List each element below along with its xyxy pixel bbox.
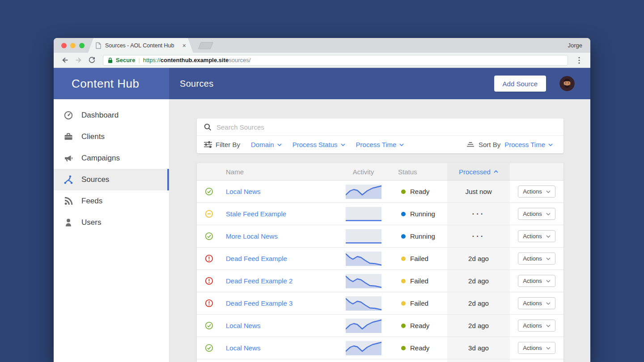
processed-cell: 2d ago [447, 292, 510, 314]
actions-dropdown[interactable]: Actions [518, 230, 555, 242]
sidebar-item-clients[interactable]: Clients [54, 126, 169, 147]
actions-dropdown[interactable]: Actions [518, 275, 555, 287]
chevron-down-icon [277, 143, 282, 146]
app-header: Content Hub Sources Add Source [54, 68, 590, 99]
chevron-down-icon [546, 280, 551, 282]
filter-dropdown-process-status[interactable]: Process Status [292, 141, 345, 148]
alert-circle-icon [205, 277, 213, 285]
status-dot [401, 301, 406, 306]
sidebar-item-users[interactable]: Users [54, 212, 169, 233]
source-name-link[interactable]: Local News [226, 322, 261, 329]
chevron-down-icon [546, 257, 551, 260]
actions-dropdown[interactable]: Actions [518, 185, 555, 198]
status-label: Running [410, 232, 435, 240]
rss-icon [64, 196, 73, 206]
window-controls [61, 43, 85, 48]
sidebar-item-campaigns[interactable]: Campaigns [54, 147, 169, 169]
actions-dropdown[interactable]: Actions [518, 253, 555, 265]
address-bar[interactable]: Secure | https://contenthub.example.site… [103, 55, 568, 66]
sidebar: Dashboard Clients Campaigns [54, 99, 169, 362]
page-title: Sources [180, 79, 213, 89]
actions-dropdown[interactable]: Actions [518, 297, 555, 309]
status-column-header[interactable]: Status [394, 163, 447, 180]
filter-by-label: Filter By [216, 141, 240, 148]
table-row: Stale Feed Example Running ··· Actions [197, 203, 564, 225]
new-tab-button[interactable] [198, 42, 213, 49]
source-name-link[interactable]: Dead Feed Example 3 [226, 299, 292, 307]
actions-label: Actions [523, 233, 542, 240]
chevron-down-icon [546, 190, 551, 193]
tab-close-icon[interactable]: × [182, 42, 186, 49]
back-button[interactable] [59, 55, 71, 66]
sidebar-item-feeds[interactable]: Feeds [54, 190, 169, 212]
add-source-button[interactable]: Add Source [494, 76, 546, 92]
sort-dropdown[interactable]: Process Time [504, 141, 553, 148]
check-circle-icon [205, 321, 213, 330]
source-state-cell [197, 315, 221, 337]
sort-icon [466, 142, 475, 147]
search-row [197, 118, 564, 136]
source-state-cell [197, 225, 221, 247]
processed-cell: 3d ago [447, 337, 510, 359]
table-row: Local News Ready 3d ago Actions [197, 337, 564, 359]
activity-sparkline [346, 252, 381, 266]
actions-dropdown[interactable]: Actions [518, 320, 555, 332]
sidebar-item-label: Feeds [81, 197, 102, 206]
dashboard-icon [64, 110, 73, 120]
browser-tab[interactable]: Sources - AOL Content Hub × [88, 38, 193, 53]
source-name-link[interactable]: Local News [226, 188, 261, 195]
name-column-header[interactable]: Name [221, 163, 333, 180]
sidebar-item-sources[interactable]: Sources [54, 169, 169, 190]
status-dot [401, 346, 406, 350]
filter-dropdown-domain[interactable]: Domain [251, 141, 282, 148]
main-area: Dashboard Clients Campaigns [54, 99, 590, 362]
forward-button[interactable] [72, 55, 84, 66]
status-label: Ready [410, 344, 429, 352]
source-name-link[interactable]: Stale Feed Example [226, 210, 286, 218]
actions-label: Actions [523, 255, 542, 262]
actions-dropdown[interactable]: Actions [518, 342, 555, 354]
sidebar-item-label: Clients [81, 132, 105, 141]
status-label: Failed [410, 255, 428, 262]
source-state-cell [197, 292, 221, 314]
filter-dropdown-process-time[interactable]: Process Time [356, 141, 404, 148]
processed-cell: 2d ago [447, 270, 510, 292]
browser-window: Sources - AOL Content Hub × Jorge Secure… [54, 38, 590, 362]
content-area: Filter By Domain Process Status Process … [169, 99, 590, 362]
app-logo[interactable]: Content Hub [54, 68, 169, 99]
source-name-link[interactable]: Dead Feed Example 2 [226, 277, 292, 285]
activity-sparkline [346, 296, 381, 311]
actions-label: Actions [523, 278, 542, 284]
chevron-down-icon [546, 213, 551, 215]
close-window-button[interactable] [61, 43, 67, 48]
source-name-link[interactable]: Local News [226, 344, 261, 352]
alert-circle-icon [205, 299, 213, 307]
sort-by-label: Sort By [479, 141, 500, 148]
actions-dropdown[interactable]: Actions [518, 208, 555, 220]
activity-column-header[interactable]: Activity [333, 163, 394, 180]
search-input[interactable] [216, 123, 556, 131]
sidebar-item-dashboard[interactable]: Dashboard [54, 105, 169, 126]
chevron-down-icon [548, 143, 553, 146]
source-name-link[interactable]: Dead Feed Example [226, 255, 287, 262]
browser-profile-name[interactable]: Jorge [568, 42, 582, 49]
browser-menu-icon[interactable] [573, 55, 585, 66]
processed-column-header[interactable]: Processed [447, 163, 510, 180]
fullscreen-window-button[interactable] [79, 43, 85, 48]
user-avatar[interactable] [559, 76, 575, 91]
check-circle-icon [205, 344, 213, 352]
state-column-header [197, 163, 221, 180]
table-header: Name Activity Status Processed [197, 163, 564, 181]
reload-button[interactable] [86, 55, 97, 66]
source-name-link[interactable]: More Local News [226, 232, 278, 240]
chevron-down-icon [546, 347, 551, 349]
source-state-cell [197, 270, 221, 292]
url-separator: | [138, 57, 140, 63]
briefcase-icon [64, 132, 73, 142]
minimize-window-button[interactable] [70, 43, 76, 48]
processed-cell: 2d ago [447, 315, 510, 337]
activity-sparkline [346, 341, 381, 355]
source-state-cell [197, 248, 221, 269]
processed-cell: ··· [447, 203, 510, 225]
filter-row: Filter By Domain Process Status Process … [197, 136, 564, 153]
